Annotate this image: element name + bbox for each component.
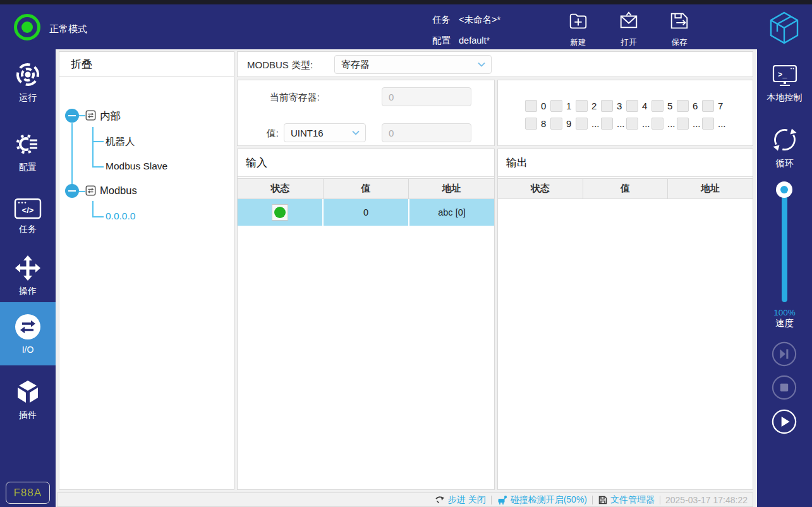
bit-label: ... [667, 118, 676, 129]
new-button[interactable]: 新建 [556, 10, 600, 48]
mode-label: 正常模式 [49, 23, 87, 35]
open-button[interactable]: 打开 [607, 10, 651, 48]
sidebar-item-task[interactable]: </> 任务 [0, 192, 56, 240]
sidebar-item-label: 本地控制 [767, 92, 803, 104]
modbus-type-value: 寄存器 [335, 59, 478, 71]
bit-cell: 0 [525, 100, 550, 112]
bit-label: 1 [566, 101, 571, 111]
current-register-input[interactable] [382, 87, 471, 106]
tree-collapse-toggle-internal[interactable] [65, 109, 79, 123]
sidebar-item-label: 循环 [776, 158, 794, 169]
bit-checkbox[interactable] [525, 100, 537, 112]
robot-icon [497, 495, 508, 505]
open-icon [618, 10, 639, 32]
output-table-panel: 输出 状态 值 地址 [497, 149, 753, 490]
app-root: 正常模式 任务 <未命名>* 配置 default* 新建 [0, 0, 812, 507]
chevron-down-icon [352, 130, 360, 135]
bit-checkbox[interactable] [626, 100, 638, 112]
save-button[interactable]: 保存 [657, 10, 701, 48]
bit-grid-panel: 0 1 2 3 4 5 6 7 8 9 ... ... ... ... ... … [497, 80, 753, 146]
separator [491, 496, 492, 504]
modbus-type-label: MODBUS 类型: [247, 59, 313, 71]
bit-cell: 5 [651, 100, 677, 112]
bit-checkbox[interactable] [601, 100, 613, 112]
tree-line [79, 115, 85, 116]
bit-checkbox[interactable] [550, 118, 562, 130]
bit-cell: 7 [702, 100, 727, 112]
sidebar-item-plugin[interactable]: 插件 [0, 374, 56, 425]
bit-checkbox[interactable] [525, 118, 537, 130]
device-badge[interactable]: F88A [6, 482, 50, 504]
modbus-type-select[interactable]: 寄存器 [334, 55, 492, 74]
collision-detection-toggle[interactable]: 碰撞检测开启(50%) [497, 494, 587, 506]
file-manager-button[interactable]: 文件管理器 [598, 494, 655, 506]
tree-node-internal[interactable]: 内部 [100, 109, 121, 123]
stop-button[interactable] [772, 375, 797, 400]
sidebar-item-operate[interactable]: 操作 [0, 250, 56, 301]
tree-line [92, 127, 94, 168]
step-forward-button[interactable] [772, 341, 797, 367]
input-title: 输入 [238, 149, 494, 177]
input-table-row[interactable]: 0 abc [0] [238, 199, 494, 226]
bit-checkbox[interactable] [601, 118, 613, 130]
task-label: 任务 [432, 14, 451, 26]
step-arrow-icon [435, 495, 445, 504]
bit-checkbox[interactable] [702, 100, 714, 112]
address-cell: abc [0] [408, 199, 494, 226]
sidebar-item-label: I/O [22, 345, 34, 355]
step-mode-toggle[interactable]: 步进 关闭 [435, 494, 486, 506]
tree-line [92, 201, 94, 217]
bit-checkbox[interactable] [677, 118, 689, 130]
bit-checkbox[interactable] [550, 100, 562, 112]
right-sidebar: >_ 本地控制 循环 100% 速度 [757, 49, 812, 507]
bit-label: ... [718, 118, 726, 129]
collision-detection-label: 碰撞检测开启(50%) [511, 494, 587, 506]
input-table-header: 状态 值 地址 [238, 178, 494, 199]
bit-checkbox[interactable] [651, 100, 664, 112]
sidebar-item-config[interactable]: 配置 [0, 128, 56, 176]
svg-text:</>: </> [22, 205, 34, 215]
bit-checkbox[interactable] [677, 100, 689, 112]
speed-slider-track[interactable] [782, 190, 787, 302]
file-manager-label: 文件管理器 [610, 494, 655, 506]
input-table-panel: 输入 状态 值 地址 0 abc [0] [237, 149, 495, 490]
save-icon [669, 10, 690, 32]
bit-cell: 1 [550, 100, 576, 112]
bit-label: ... [591, 118, 600, 129]
sidebar-item-io[interactable]: I/O [0, 302, 56, 365]
play-icon [772, 409, 797, 434]
device-tree-panel: 折叠 内部 机器人 Modbus Slave [59, 51, 234, 490]
config-value: default* [459, 35, 490, 46]
bit-label: ... [617, 118, 625, 129]
sidebar-item-run[interactable]: 运行 [0, 58, 56, 106]
speed-readout: 100% 速度 [757, 307, 812, 329]
bit-checkbox[interactable] [576, 118, 588, 130]
open-button-label: 打开 [621, 37, 637, 48]
bit-checkbox[interactable] [626, 118, 638, 130]
speed-value: 100% [757, 307, 812, 318]
bit-cell: 8 [525, 118, 550, 130]
speed-slider-thumb[interactable] [776, 181, 792, 198]
sidebar-item-local-control[interactable]: >_ 本地控制 [757, 58, 812, 109]
mode-status-icon [14, 14, 40, 40]
tree-node-modbus[interactable]: Modbus [100, 185, 137, 197]
sidebar-item-loop[interactable]: 循环 [757, 123, 812, 172]
bit-checkbox[interactable] [576, 100, 588, 112]
value-input[interactable] [382, 123, 471, 142]
tree-line [92, 141, 104, 142]
value-type-select[interactable]: UINT16 [284, 123, 366, 142]
bit-cell: ... [601, 118, 626, 130]
tree-collapse-toggle-modbus[interactable] [65, 184, 79, 198]
tree-node-modbus-slave[interactable]: Modbus Slave [106, 161, 167, 172]
play-button[interactable] [772, 409, 797, 434]
tree-collapse-header[interactable]: 折叠 [59, 52, 234, 77]
task-config-block: 任务 <未命名>* 配置 default* [432, 13, 500, 54]
cube-icon [15, 379, 41, 405]
bit-checkbox[interactable] [651, 118, 664, 130]
tree-line [71, 123, 73, 185]
tree-line [92, 166, 104, 168]
tree-node-ip[interactable]: 0.0.0.0 [106, 211, 135, 222]
tree-node-robot[interactable]: 机器人 [106, 135, 135, 149]
window-top-strip [0, 0, 812, 4]
bit-checkbox[interactable] [702, 118, 714, 130]
